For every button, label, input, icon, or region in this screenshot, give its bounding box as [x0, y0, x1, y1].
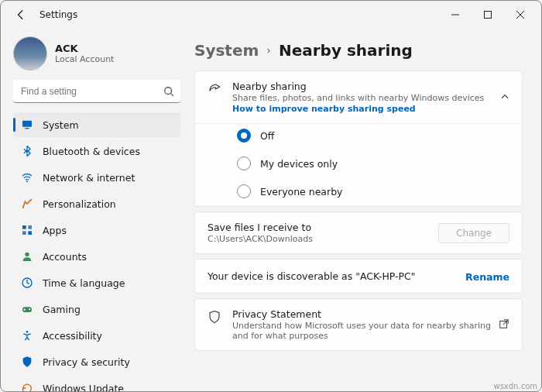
save-location-path: C:\Users\ACK\Downloads: [208, 234, 313, 244]
svg-rect-8: [28, 225, 32, 229]
svg-rect-4: [22, 121, 32, 127]
sidebar-item-bluetooth-devices[interactable]: Bluetooth & devices: [13, 139, 180, 163]
change-location-button[interactable]: Change: [438, 223, 509, 243]
privacy-title: Privacy Statement: [232, 308, 499, 320]
sidebar: ACK Local Account SystemBluetooth & devi…: [1, 29, 187, 391]
minimize-button[interactable]: [439, 4, 472, 26]
sidebar-item-label: Time & language: [43, 277, 125, 289]
nav: SystemBluetooth & devicesNetwork & inter…: [13, 112, 180, 391]
sidebar-item-label: Bluetooth & devices: [43, 146, 140, 157]
sidebar-item-label: Gaming: [43, 304, 81, 315]
sidebar-item-personalization[interactable]: Personalization: [13, 191, 180, 216]
svg-point-6: [26, 181, 28, 182]
sharing-mode-radio-group: OffMy devices onlyEveryone nearby: [195, 123, 522, 206]
content-area: System › Nearby sharing Nearby sharing S…: [187, 29, 541, 391]
nearby-sharing-title: Nearby sharing: [232, 81, 484, 92]
svg-point-2: [165, 88, 172, 95]
page-title: Nearby sharing: [279, 41, 413, 60]
search-icon: [163, 85, 174, 100]
maximize-button[interactable]: [472, 4, 504, 26]
svg-rect-9: [22, 231, 26, 235]
sidebar-item-label: System: [43, 119, 79, 131]
sidebar-item-accessibility[interactable]: Accessibility: [13, 323, 180, 348]
sidebar-item-label: Network & internet: [43, 172, 135, 184]
svg-rect-1: [485, 12, 492, 19]
nearby-sharing-header[interactable]: Nearby sharing Share files, photos, and …: [195, 71, 522, 123]
shield-icon: [208, 310, 221, 327]
sidebar-item-windows-update[interactable]: Windows Update: [13, 376, 180, 391]
sidebar-item-system[interactable]: System: [13, 112, 180, 137]
search-box: [13, 80, 180, 103]
radio-icon: [237, 129, 251, 143]
save-location-card: Save files I receive to C:\Users\ACK\Dow…: [194, 211, 523, 254]
radio-icon: [237, 184, 251, 198]
privacy-icon: [21, 356, 33, 368]
update-icon: [21, 382, 33, 391]
svg-rect-5: [25, 128, 29, 129]
sidebar-item-apps[interactable]: Apps: [13, 218, 180, 242]
sidebar-item-label: Privacy & security: [43, 356, 130, 368]
rename-link[interactable]: Rename: [465, 271, 509, 283]
time-language-icon: [21, 277, 33, 289]
sidebar-item-label: Accessibility: [43, 330, 102, 342]
chevron-up-icon: [500, 90, 509, 105]
accessibility-icon: [21, 329, 33, 342]
svg-rect-10: [28, 231, 32, 235]
sidebar-item-accounts[interactable]: Accounts: [13, 244, 180, 269]
breadcrumb-parent[interactable]: System: [194, 41, 259, 60]
radio-icon: [237, 156, 251, 170]
watermark: wsxdn.com: [493, 382, 537, 390]
settings-window: Settings ACK Local Account Syste: [0, 0, 542, 392]
user-name: ACK: [55, 43, 114, 54]
sidebar-item-label: Accounts: [43, 251, 87, 263]
sidebar-item-privacy-security[interactable]: Privacy & security: [13, 349, 180, 374]
privacy-statement-card[interactable]: Privacy Statement Understand how Microso…: [194, 298, 523, 351]
accounts-icon: [21, 250, 33, 263]
sidebar-item-label: Windows Update: [43, 383, 124, 392]
svg-point-15: [26, 331, 29, 333]
sidebar-item-time-language[interactable]: Time & language: [13, 270, 180, 295]
svg-point-14: [29, 308, 30, 310]
help-link[interactable]: How to improve nearby sharing speed: [232, 104, 484, 114]
svg-point-11: [25, 253, 29, 256]
radio-option-off[interactable]: Off: [237, 129, 509, 143]
radio-label: My devices only: [260, 158, 338, 170]
breadcrumb: System › Nearby sharing: [194, 41, 523, 60]
radio-option-my-devices-only[interactable]: My devices only: [237, 156, 509, 170]
sidebar-item-gaming[interactable]: Gaming: [13, 297, 180, 322]
close-button[interactable]: [504, 4, 537, 26]
system-icon: [21, 119, 33, 131]
avatar: [13, 36, 47, 70]
sidebar-item-label: Personalization: [43, 198, 116, 210]
apps-icon: [21, 224, 33, 236]
svg-line-3: [171, 94, 174, 97]
personalization-icon: [21, 198, 33, 210]
nearby-sharing-card: Nearby sharing Share files, photos, and …: [194, 70, 523, 207]
back-button[interactable]: [12, 5, 30, 24]
sidebar-item-network-internet[interactable]: Network & internet: [13, 165, 180, 190]
sidebar-item-label: Apps: [43, 225, 67, 236]
share-icon: [208, 82, 221, 99]
chevron-right-icon: ›: [266, 44, 271, 57]
radio-option-everyone-nearby[interactable]: Everyone nearby: [237, 184, 509, 198]
window-controls: [439, 4, 537, 26]
save-location-title: Save files I receive to: [208, 222, 313, 233]
privacy-subtitle: Understand how Microsoft uses your data …: [232, 321, 499, 341]
gaming-icon: [21, 303, 33, 315]
titlebar: Settings: [1, 1, 541, 29]
discoverable-card: Your device is discoverable as "ACK-HP-P…: [194, 259, 523, 294]
svg-rect-7: [22, 225, 26, 229]
wifi-icon: [21, 171, 33, 184]
user-account-row[interactable]: ACK Local Account: [13, 36, 180, 70]
radio-label: Everyone nearby: [260, 186, 343, 198]
external-link-icon: [499, 318, 509, 332]
window-title: Settings: [39, 9, 77, 20]
radio-label: Off: [260, 130, 274, 142]
bluetooth-icon: [21, 145, 33, 157]
discoverable-text: Your device is discoverable as "ACK-HP-P…: [208, 270, 416, 282]
user-subtitle: Local Account: [55, 54, 114, 64]
nearby-sharing-subtitle: Share files, photos, and links with near…: [232, 93, 484, 103]
search-input[interactable]: [13, 80, 180, 103]
